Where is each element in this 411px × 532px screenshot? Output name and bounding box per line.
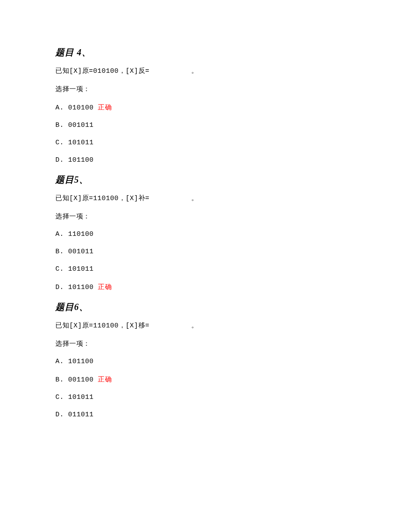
option-a: A. 010100 正确	[55, 103, 356, 112]
question-6: 题目6、 已知[X]原=110100，[X]移= 。 选择一项： A. 1011…	[55, 301, 356, 419]
page-content: 题目 4、 已知[X]原=010100，[X]反= 。 选择一项： A. 010…	[0, 0, 411, 419]
option-b: B. 001011	[55, 121, 356, 129]
option-d: D. 101100	[55, 156, 356, 164]
question-4: 题目 4、 已知[X]原=010100，[X]反= 。 选择一项： A. 010…	[55, 46, 356, 164]
option-d: D. 011011	[55, 411, 356, 419]
question-title: 题目5、	[55, 174, 356, 186]
option-label: A. 101100	[55, 358, 94, 365]
option-label: D. 101100	[55, 284, 94, 291]
option-c: C. 101011	[55, 139, 356, 147]
option-label: B. 001100	[55, 376, 94, 384]
option-a: A. 110100	[55, 230, 356, 238]
option-a: A. 101100	[55, 358, 356, 365]
option-label: C. 101011	[55, 265, 94, 273]
question-stem: 已知[X]原=010100，[X]反= 。	[55, 67, 356, 75]
option-c: C. 101011	[55, 265, 356, 273]
option-c: C. 101011	[55, 394, 356, 401]
select-prompt: 选择一项：	[55, 212, 356, 221]
option-b: B. 001011	[55, 248, 356, 256]
correct-mark: 正确	[94, 284, 112, 291]
option-label: D. 011011	[55, 411, 94, 419]
option-label: D. 101100	[55, 156, 94, 164]
select-prompt: 选择一项：	[55, 339, 356, 348]
option-label: B. 001011	[55, 121, 94, 129]
question-5: 题目5、 已知[X]原=110100，[X]补= 。 选择一项： A. 1101…	[55, 174, 356, 291]
question-stem: 已知[X]原=110100，[X]补= 。	[55, 194, 356, 202]
option-label: C. 101011	[55, 394, 94, 401]
option-label: A. 110100	[55, 230, 94, 238]
question-stem: 已知[X]原=110100，[X]移= 。	[55, 321, 356, 330]
question-title: 题目 4、	[55, 46, 356, 59]
option-label: C. 101011	[55, 139, 94, 147]
question-title: 题目6、	[55, 301, 356, 313]
option-label: A. 010100	[55, 104, 94, 112]
correct-mark: 正确	[94, 376, 112, 384]
option-label: B. 001011	[55, 248, 94, 256]
correct-mark: 正确	[94, 104, 112, 112]
option-b: B. 001100 正确	[55, 375, 356, 384]
option-d: D. 101100 正确	[55, 283, 356, 291]
select-prompt: 选择一项：	[55, 85, 356, 93]
